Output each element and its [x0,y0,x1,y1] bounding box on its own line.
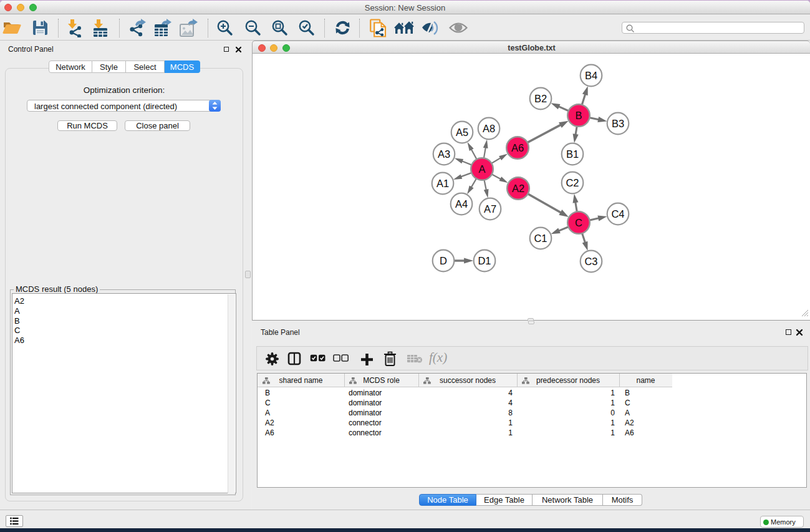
svg-text:A4: A4 [455,198,468,210]
svg-text:C2: C2 [566,177,579,188]
svg-text:C4: C4 [611,208,624,220]
svg-text:C3: C3 [584,256,597,267]
svg-text:B: B [575,110,582,121]
svg-text:A3: A3 [438,148,450,160]
svg-text:B3: B3 [612,118,624,129]
svg-text:A2: A2 [512,183,524,194]
svg-text:D: D [440,255,447,266]
svg-text:B2: B2 [534,93,547,104]
svg-text:A1: A1 [436,178,449,189]
svg-text:D1: D1 [478,255,491,266]
svg-text:A6: A6 [511,142,524,153]
svg-text:A5: A5 [456,127,468,138]
svg-text:A: A [478,163,485,175]
svg-text:C: C [575,217,582,228]
svg-text:A8: A8 [483,123,495,134]
svg-text:B1: B1 [566,148,579,160]
svg-text:A7: A7 [484,203,496,215]
svg-text:C1: C1 [534,233,547,244]
svg-text:B4: B4 [585,70,597,81]
